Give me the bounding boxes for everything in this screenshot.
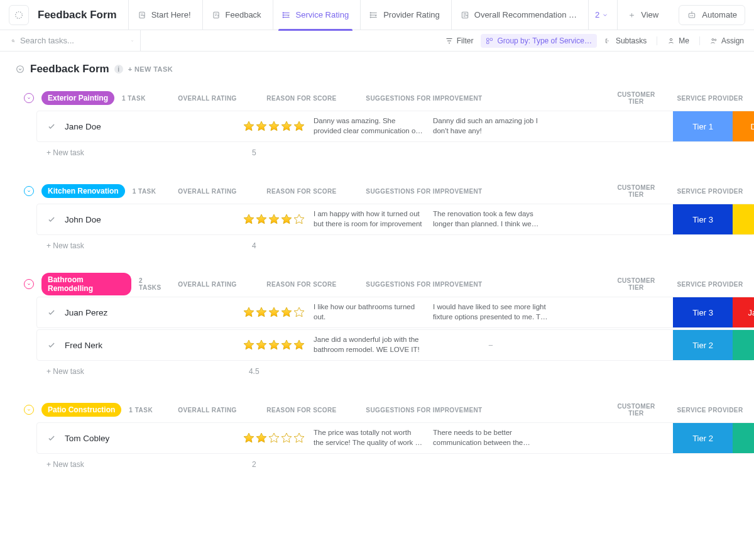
- group-collapse-toggle[interactable]: [24, 279, 34, 289]
- cell-suggestions[interactable]: –: [428, 340, 554, 350]
- column-header-rating[interactable]: OVERALL RATING: [173, 95, 242, 102]
- cell-suggestions[interactable]: There needs to be better communication b…: [428, 428, 554, 447]
- column-header-service-provider[interactable]: SERVICE PROVIDER: [666, 188, 754, 195]
- star-icon: [255, 432, 268, 444]
- cell-customer-tier[interactable]: Tier 3: [673, 204, 733, 234]
- cell-overall-rating[interactable]: [239, 432, 309, 444]
- hidden-views-dropdown[interactable]: 2: [588, 0, 615, 30]
- group-by-button[interactable]: Group by: Type of Service…: [481, 34, 597, 48]
- view-tab[interactable]: Provider Rating: [360, 0, 449, 30]
- cell-reason[interactable]: I am happy with how it turned out but th…: [309, 209, 428, 229]
- column-header-service-provider[interactable]: SERVICE PROVIDER: [666, 407, 754, 414]
- group-collapse-toggle[interactable]: [24, 93, 34, 103]
- add-view-button[interactable]: ＋ View: [617, 0, 669, 30]
- cell-customer-tier[interactable]: Tier 2: [673, 330, 733, 360]
- new-task-button[interactable]: + New task: [36, 460, 222, 469]
- column-header-customer-tier[interactable]: CUSTOMER TIER: [606, 184, 666, 198]
- cell-suggestions[interactable]: The renovation took a few days longer th…: [428, 209, 554, 229]
- column-header-customer-tier[interactable]: CUSTOMER TIER: [606, 403, 666, 417]
- me-button[interactable]: Me: [662, 34, 694, 48]
- chevron-down-circle-icon[interactable]: [15, 64, 25, 74]
- new-task-button[interactable]: + New task: [36, 367, 222, 376]
- status-checkmark-icon[interactable]: [47, 122, 56, 131]
- svg-rect-10: [689, 13, 695, 18]
- column-header-service-provider[interactable]: SERVICE PROVIDER: [666, 281, 754, 288]
- group-icon: [486, 37, 493, 45]
- column-header-suggestions[interactable]: SUGGESTIONS FOR IMPROVEMENT: [361, 95, 487, 102]
- cell-suggestions[interactable]: Danny did such an amazing job I don't ha…: [428, 116, 554, 136]
- task-name[interactable]: Tom Cobley: [65, 434, 109, 443]
- view-tab[interactable]: Service Rating: [273, 0, 358, 30]
- star-icon: [243, 213, 255, 226]
- column-header-reason[interactable]: REASON FOR SCORE: [242, 188, 361, 195]
- task-row[interactable]: John DoeI am happy with how it turned ou…: [36, 204, 754, 235]
- column-header-rating[interactable]: OVERALL RATING: [173, 281, 242, 288]
- column-header-reason[interactable]: REASON FOR SCORE: [242, 407, 361, 414]
- svg-point-8: [370, 16, 371, 17]
- column-header-suggestions[interactable]: SUGGESTIONS FOR IMPROVEMENT: [361, 281, 487, 288]
- new-task-button[interactable]: + New task: [36, 241, 222, 250]
- cell-suggestions[interactable]: I would have liked to see more light fix…: [428, 302, 554, 322]
- cell-service-provider[interactable]: James Johnson: [733, 297, 754, 327]
- column-header-suggestions[interactable]: SUGGESTIONS FOR IMPROVEMENT: [361, 188, 487, 195]
- status-checkmark-icon[interactable]: [47, 434, 56, 442]
- group-badge[interactable]: Patio Construction: [41, 403, 121, 417]
- status-checkmark-icon[interactable]: [47, 215, 56, 224]
- cell-service-provider[interactable]: Danny Rogers: [733, 111, 754, 141]
- cell-reason[interactable]: Danny was amazing. She provided clear co…: [309, 116, 428, 136]
- task-row[interactable]: Jane DoeDanny was amazing. She provided …: [36, 111, 754, 142]
- cell-customer-tier[interactable]: Tier 2: [673, 423, 733, 453]
- cell-service-provider[interactable]: Jane Smith: [733, 330, 754, 360]
- svg-point-0: [16, 11, 23, 18]
- status-checkmark-icon[interactable]: [47, 308, 56, 317]
- list-emblem-button[interactable]: [9, 5, 29, 25]
- group-collapse-toggle[interactable]: [24, 186, 34, 196]
- cell-overall-rating[interactable]: [239, 339, 309, 351]
- task-row[interactable]: Fred NerkJane did a wonderful job with t…: [36, 329, 754, 361]
- cell-reason[interactable]: Jane did a wonderful job with the bathro…: [309, 335, 428, 354]
- status-checkmark-icon[interactable]: [47, 341, 56, 349]
- cell-overall-rating[interactable]: [239, 306, 309, 319]
- group-badge[interactable]: Exterior Painting: [41, 91, 114, 105]
- task-name[interactable]: Fred Nerk: [65, 341, 102, 350]
- column-header-customer-tier[interactable]: CUSTOMER TIER: [606, 91, 666, 105]
- new-task-button[interactable]: + New task: [36, 148, 222, 157]
- svg-point-4: [283, 14, 283, 15]
- column-header-rating[interactable]: OVERALL RATING: [173, 188, 242, 195]
- task-row[interactable]: Tom CobleyThe price was totally not wort…: [36, 422, 754, 454]
- group-collapse-toggle[interactable]: [24, 405, 34, 415]
- column-header-suggestions[interactable]: SUGGESTIONS FOR IMPROVEMENT: [361, 407, 487, 414]
- star-icon: [268, 306, 280, 319]
- cell-customer-tier[interactable]: Tier 1: [673, 111, 733, 141]
- view-tab[interactable]: Feedback: [202, 0, 270, 30]
- column-header-customer-tier[interactable]: CUSTOMER TIER: [606, 277, 666, 291]
- column-header-reason[interactable]: REASON FOR SCORE: [242, 95, 361, 102]
- subtasks-button[interactable]: Subtasks: [599, 34, 652, 48]
- group-badge[interactable]: Bathroom Remodelling: [41, 273, 131, 295]
- view-tab[interactable]: Start Here!: [128, 0, 200, 30]
- automate-button[interactable]: Automate: [679, 5, 745, 25]
- new-task-button-top[interactable]: + NEW TASK: [128, 65, 173, 73]
- filter-button[interactable]: Filter: [440, 34, 479, 48]
- cell-reason[interactable]: I like how our bathrooms turned out.: [309, 302, 428, 322]
- column-header-rating[interactable]: OVERALL RATING: [173, 407, 242, 414]
- group-badge[interactable]: Kitchen Renovation: [41, 184, 125, 198]
- task-row[interactable]: Juan PerezI like how our bathrooms turne…: [36, 297, 754, 328]
- cell-reason[interactable]: The price was totally not worth the serv…: [309, 428, 428, 447]
- cell-service-provider[interactable]: John Adams: [733, 204, 754, 234]
- search-input[interactable]: [20, 36, 126, 45]
- info-icon[interactable]: i: [114, 65, 123, 74]
- cell-customer-tier[interactable]: Tier 3: [673, 297, 733, 327]
- cell-overall-rating[interactable]: [239, 213, 309, 226]
- task-name[interactable]: Jane Doe: [65, 122, 101, 131]
- cell-service-provider[interactable]: Jane Smith: [733, 423, 754, 453]
- column-header-service-provider[interactable]: SERVICE PROVIDER: [666, 95, 754, 102]
- search-box[interactable]: [0, 30, 141, 52]
- task-group: Kitchen Renovation1 TASKOVERALL RATINGRE…: [15, 182, 754, 255]
- assignees-button[interactable]: Assign: [705, 34, 749, 48]
- task-name[interactable]: John Doe: [65, 215, 101, 224]
- task-name[interactable]: Juan Perez: [65, 308, 107, 317]
- view-tab[interactable]: Overall Recommendation …: [451, 0, 586, 30]
- column-header-reason[interactable]: REASON FOR SCORE: [242, 281, 361, 288]
- cell-overall-rating[interactable]: [239, 120, 309, 133]
